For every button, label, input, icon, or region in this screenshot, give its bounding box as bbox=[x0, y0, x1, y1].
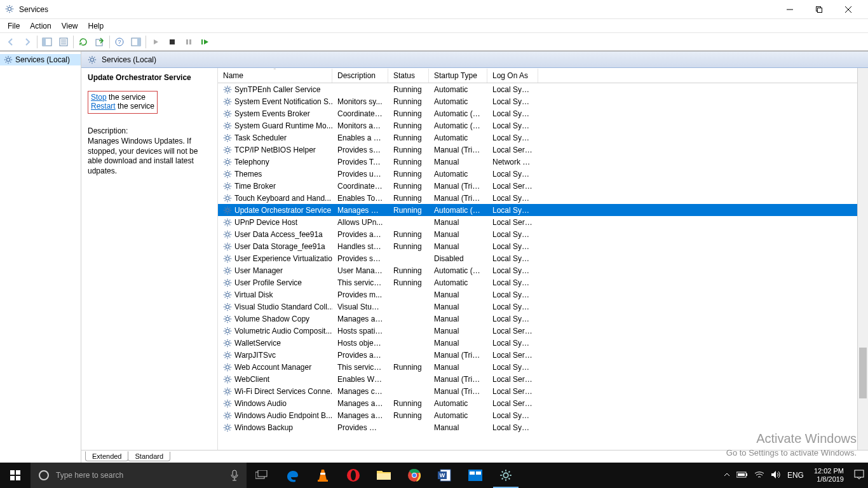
services-list: Name Description Status Startup Type Log… bbox=[218, 68, 868, 463]
service-logon-cell: Local Syste... bbox=[487, 411, 538, 420]
service-row[interactable]: ThemesProvides us...RunningAutomaticLoca… bbox=[218, 168, 868, 180]
forward-button[interactable] bbox=[20, 34, 35, 50]
file-explorer-icon[interactable] bbox=[369, 463, 399, 488]
menu-action[interactable]: Action bbox=[25, 20, 56, 32]
edge-icon[interactable] bbox=[277, 463, 308, 488]
service-row[interactable]: TelephonyProvides Tel...RunningManualNet… bbox=[218, 156, 868, 168]
svg-point-26 bbox=[226, 196, 229, 200]
service-row[interactable]: Web Account ManagerThis service ...Runni… bbox=[218, 361, 868, 373]
back-button[interactable] bbox=[3, 34, 18, 50]
service-row[interactable]: Windows BackupProvides Wi...ManualLocal … bbox=[218, 421, 868, 433]
service-startup-cell: Automatic bbox=[429, 170, 487, 179]
tray-chevron-icon[interactable] bbox=[724, 471, 730, 480]
menu-file[interactable]: File bbox=[3, 20, 25, 32]
service-status-cell: Running bbox=[388, 230, 429, 239]
service-row[interactable]: Volume Shadow CopyManages an...ManualLoc… bbox=[218, 313, 868, 325]
stop-service-button[interactable] bbox=[165, 34, 180, 50]
service-row[interactable]: WalletServiceHosts objec...ManualLocal S… bbox=[218, 337, 868, 349]
service-row[interactable]: System Event Notification S...Monitors s… bbox=[218, 95, 868, 107]
stop-link[interactable]: Stop bbox=[91, 93, 107, 102]
language-indicator[interactable]: ENG bbox=[787, 471, 804, 480]
services-taskbar-icon[interactable] bbox=[491, 463, 521, 488]
task-view-icon[interactable] bbox=[247, 463, 277, 488]
service-startup-cell: Automatic bbox=[429, 399, 487, 408]
opera-icon[interactable] bbox=[338, 463, 369, 488]
service-row[interactable]: System Events BrokerCoordinates...Runnin… bbox=[218, 107, 868, 119]
col-description[interactable]: Description bbox=[332, 69, 388, 83]
service-startup-cell: Automatic bbox=[429, 278, 487, 287]
tray-clock[interactable]: 12:02 PM 1/8/2019 bbox=[810, 467, 848, 484]
svg-rect-53 bbox=[258, 470, 267, 477]
help-button[interactable]: ? bbox=[112, 34, 127, 50]
service-logon-cell: Local Service bbox=[487, 182, 538, 191]
service-desc-cell: Provides ap... bbox=[332, 230, 388, 239]
service-row[interactable]: Time BrokerCoordinates...RunningManual (… bbox=[218, 180, 868, 192]
start-button[interactable] bbox=[0, 463, 31, 488]
restart-link[interactable]: Restart bbox=[91, 102, 116, 111]
restart-service-button[interactable] bbox=[198, 34, 213, 50]
col-logon[interactable]: Log On As bbox=[487, 69, 538, 83]
svg-point-42 bbox=[226, 390, 229, 393]
service-row[interactable]: UPnP Device HostAllows UPn...ManualLocal… bbox=[218, 216, 868, 228]
svg-point-31 bbox=[226, 257, 229, 260]
action-pane-button[interactable] bbox=[128, 34, 144, 50]
service-row[interactable]: Touch Keyboard and Hand...Enables Tou...… bbox=[218, 192, 868, 204]
service-logon-cell: Local Syste... bbox=[487, 206, 538, 215]
col-startup[interactable]: Startup Type bbox=[429, 69, 487, 83]
battery-icon[interactable] bbox=[736, 471, 748, 480]
start-service-button[interactable] bbox=[148, 34, 163, 50]
vertical-scrollbar[interactable] bbox=[857, 68, 868, 450]
pause-service-button[interactable] bbox=[181, 34, 196, 50]
service-row[interactable]: User Experience Virtualizatio...Provides… bbox=[218, 252, 868, 264]
service-row[interactable]: Update Orchestrator ServiceManages W...R… bbox=[218, 204, 868, 216]
wifi-icon[interactable] bbox=[754, 471, 764, 480]
maximize-button[interactable] bbox=[804, 0, 834, 19]
minimize-button[interactable] bbox=[775, 0, 804, 19]
show-hide-tree-button[interactable] bbox=[39, 34, 55, 50]
service-row[interactable]: Volumetric Audio Composit...Hosts spatia… bbox=[218, 325, 868, 337]
service-row[interactable]: System Guard Runtime Mo...Monitors an...… bbox=[218, 119, 868, 132]
service-row[interactable]: TCP/IP NetBIOS HelperProvides su...Runni… bbox=[218, 144, 868, 156]
service-row[interactable]: User ManagerUser Manag...RunningAutomati… bbox=[218, 264, 868, 276]
notifications-icon[interactable] bbox=[854, 470, 864, 482]
col-name[interactable]: Name bbox=[218, 69, 332, 83]
service-row[interactable]: Visual Studio Standard Coll...Visual Stu… bbox=[218, 301, 868, 313]
service-row[interactable]: Windows AudioManages au...RunningAutomat… bbox=[218, 397, 868, 409]
col-status[interactable]: Status bbox=[388, 69, 429, 83]
mic-icon[interactable] bbox=[230, 470, 239, 481]
tab-standard[interactable]: Standard bbox=[128, 452, 170, 461]
tab-extended[interactable]: Extended bbox=[85, 451, 128, 461]
volume-icon[interactable] bbox=[771, 470, 781, 481]
settings-taskbar-icon[interactable] bbox=[460, 463, 491, 488]
service-row[interactable]: Wi-Fi Direct Services Conne...Manages co… bbox=[218, 385, 868, 397]
service-row[interactable]: User Data Access_fee91aProvides ap...Run… bbox=[218, 228, 868, 240]
refresh-button[interactable] bbox=[76, 34, 91, 50]
service-row[interactable]: Windows Audio Endpoint B...Manages au...… bbox=[218, 409, 868, 421]
service-name-cell: User Data Access_fee91a bbox=[218, 230, 332, 239]
service-status-cell: Running bbox=[388, 97, 429, 106]
menu-help[interactable]: Help bbox=[83, 20, 109, 32]
app-icon bbox=[5, 4, 15, 15]
chrome-icon[interactable] bbox=[399, 463, 430, 488]
service-row[interactable]: SynTPEnh Caller ServiceRunningAutomaticL… bbox=[218, 83, 868, 95]
svg-point-38 bbox=[226, 341, 229, 344]
service-row[interactable]: Virtual DiskProvides m...ManualLocal Sys… bbox=[218, 288, 868, 301]
tree-root-item[interactable]: Services (Local) bbox=[0, 54, 81, 65]
service-row[interactable]: User Profile ServiceThis service ...Runn… bbox=[218, 276, 868, 288]
service-startup-cell: Manual (Trig... bbox=[429, 194, 487, 203]
service-row[interactable]: Task SchedulerEnables a us...RunningAuto… bbox=[218, 132, 868, 144]
vlc-icon[interactable] bbox=[308, 463, 338, 488]
service-row[interactable]: User Data Storage_fee91aHandles sto...Ru… bbox=[218, 240, 868, 252]
svg-point-43 bbox=[226, 402, 229, 405]
menu-view[interactable]: View bbox=[57, 20, 83, 32]
word-icon[interactable]: W bbox=[430, 463, 460, 488]
service-name-cell: Task Scheduler bbox=[218, 133, 332, 142]
service-row[interactable]: WarpJITSvcProvides a JI...Manual (Trig..… bbox=[218, 349, 868, 361]
export-button[interactable] bbox=[92, 34, 107, 50]
properties-button[interactable] bbox=[56, 34, 71, 50]
service-row[interactable]: WebClientEnables Win...Manual (Trig...Lo… bbox=[218, 373, 868, 385]
taskbar-search[interactable]: Type here to search bbox=[31, 463, 247, 488]
scrollbar-thumb[interactable] bbox=[859, 348, 867, 398]
service-startup-cell: Automatic bbox=[429, 133, 487, 142]
close-button[interactable] bbox=[834, 0, 863, 19]
